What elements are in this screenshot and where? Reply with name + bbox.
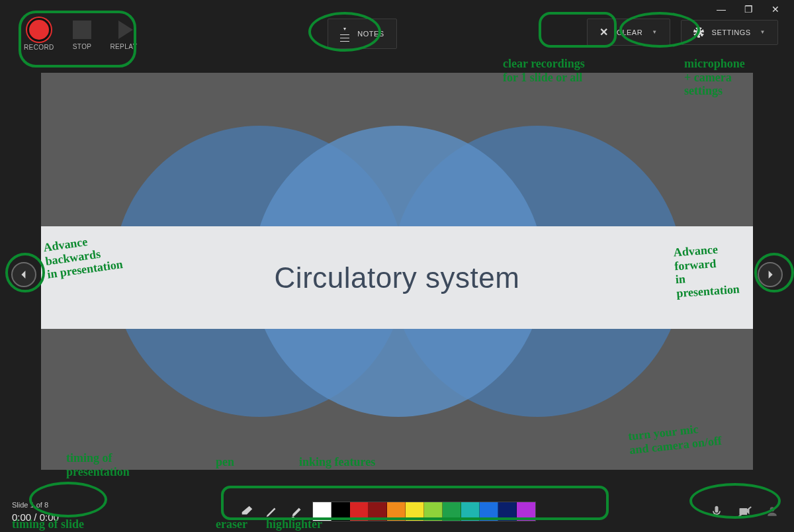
slide-stage: Circulatory system [41,73,753,470]
settings-button[interactable]: SETTINGS ▼ [681,20,778,45]
slide-status: Slide 1 of 8 0:00 / 0:00 [12,501,91,523]
color-swatch[interactable] [350,502,369,521]
color-swatch[interactable] [387,502,406,521]
camera-toggle[interactable] [734,502,754,521]
cameo-toggle[interactable] [762,502,782,521]
notes-label: NOTES [357,30,384,38]
color-swatch[interactable] [443,502,461,521]
minimize-icon[interactable]: — [717,5,726,14]
slide-title: Circulatory system [275,261,520,294]
elapsed-time: 0:00 [12,511,31,523]
record-label: RECORD [24,44,54,51]
total-time: 0:00 [40,511,59,523]
color-swatch[interactable] [331,502,350,521]
recording-controls: RECORD STOP REPLAY [24,19,138,51]
color-swatch[interactable] [369,502,387,521]
highlighter-tool[interactable] [287,502,307,521]
replay-button[interactable]: REPLAY [110,21,137,50]
clear-label: CLEAR [617,28,642,36]
stop-button[interactable]: STOP [73,21,92,50]
window-titlebar: — ❐ ✕ [0,0,794,19]
color-swatch[interactable] [313,502,331,521]
replay-label: REPLAY [110,43,137,50]
bottom-toolbar: Slide 1 of 8 0:00 / 0:00 [0,491,794,532]
clear-button[interactable]: ✕ CLEAR ▼ [587,19,670,46]
previous-slide-button[interactable] [11,262,36,287]
eraser-tool[interactable] [237,502,257,521]
pen-tool[interactable] [262,502,282,521]
slide-counter: Slide 1 of 8 [12,501,91,509]
ink-tools [237,502,536,521]
color-swatch[interactable] [480,502,498,521]
color-swatches [312,502,536,521]
color-swatch[interactable] [424,502,443,521]
notes-button[interactable]: NOTES [328,19,396,49]
color-swatch[interactable] [461,502,480,521]
slide-title-band: Circulatory system [41,226,753,329]
close-icon[interactable]: ✕ [772,5,779,14]
close-icon: ✕ [599,26,609,38]
slide-timer: 0:00 / 0:00 [12,511,91,523]
color-swatch[interactable] [498,502,517,521]
stop-label: STOP [73,43,92,50]
top-toolbar: RECORD STOP REPLAY NOTES ✕ CLEAR ▼ SETTI… [0,19,794,66]
record-button[interactable]: RECORD [24,20,54,51]
chevron-down-icon: ▼ [760,29,766,35]
color-swatch[interactable] [517,502,535,521]
color-swatch[interactable] [406,502,424,521]
stop-icon [73,21,91,39]
next-slide-button[interactable] [758,262,783,287]
media-toggles [707,502,782,521]
record-icon [29,20,49,40]
settings-label: SETTINGS [712,28,751,36]
gear-icon [693,27,704,38]
replay-icon [118,21,133,39]
chevron-down-icon: ▼ [652,29,657,35]
maximize-icon[interactable]: ❐ [744,5,753,14]
notes-icon [340,26,349,42]
microphone-toggle[interactable] [707,502,727,521]
